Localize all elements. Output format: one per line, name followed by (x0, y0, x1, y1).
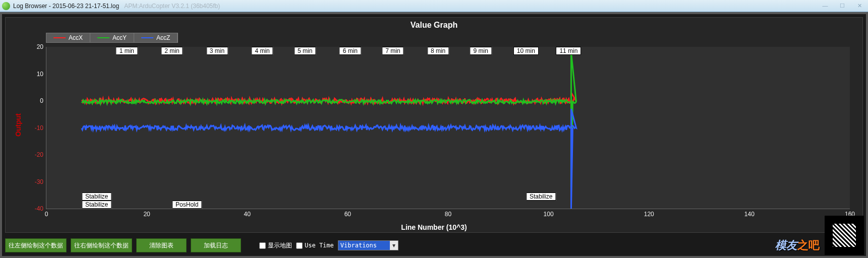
window-subtitle: APM:ArduCopter V3.2.1 (36b405fb) (124, 3, 220, 10)
plot-right-button[interactable]: 往右侧绘制这个数据 (71, 238, 132, 252)
y-tick: -10 (35, 124, 43, 132)
y-tick: 20 (37, 43, 43, 50)
legend: AccXAccYAccZ (46, 33, 178, 43)
legend-item[interactable]: AccY (90, 33, 134, 42)
legend-swatch (141, 37, 153, 38)
x-axis-label: Line Number (10^3) (401, 223, 467, 231)
time-marker: 6 min (339, 47, 361, 55)
series-AccZ (82, 109, 576, 209)
mode-marker: Stabilize (82, 192, 111, 201)
show-map-label: 显示地图 (268, 241, 292, 250)
y-tick: 0 (40, 97, 43, 104)
time-marker: 8 min (427, 47, 449, 55)
maximize-button[interactable]: ☐ (836, 3, 849, 9)
mode-marker: Stabilize (526, 192, 556, 201)
y-tick: 10 (37, 71, 43, 78)
chart-area: Value Graph Output Line Number (10^3) Ac… (5, 17, 863, 233)
y-axis-label: Output (14, 113, 22, 137)
legend-swatch (97, 37, 109, 38)
graph-type-combo[interactable]: Vibrations ▾ (338, 240, 398, 250)
x-tick: 140 (744, 211, 755, 218)
y-tick: -40 (35, 205, 43, 212)
legend-item[interactable]: AccX (46, 33, 90, 42)
x-tick: 0 (45, 211, 48, 218)
watermark-brand: 模友之吧 (775, 238, 820, 253)
app-body: Value Graph Output Line Number (10^3) Ac… (0, 12, 868, 258)
x-tick: 60 (344, 211, 351, 218)
chevron-down-icon: ▾ (390, 241, 398, 250)
title-bar: Log Browser - 2015-06-23 21-17-51.log AP… (0, 0, 868, 12)
combo-value: Vibrations (338, 241, 390, 250)
legend-swatch (53, 37, 66, 38)
time-marker: 4 min (251, 47, 273, 55)
time-marker: 9 min (470, 47, 492, 55)
plot-left-button[interactable]: 往左侧绘制这个数据 (5, 238, 67, 252)
time-marker: 5 min (294, 47, 316, 55)
y-tick: -20 (35, 151, 43, 158)
close-button[interactable]: ✕ (853, 3, 866, 9)
legend-item[interactable]: AccZ (134, 33, 178, 42)
qr-code (825, 216, 864, 255)
series-AccX (82, 93, 576, 106)
legend-label: AccX (69, 34, 83, 41)
bottom-toolbar: 往左侧绘制这个数据 往右侧绘制这个数据 清除图表 加载日志 显示地图 Use T… (5, 237, 863, 254)
window-title: Log Browser - 2015-06-23 21-17-51.log (13, 3, 119, 10)
time-marker: 7 min (382, 47, 403, 55)
x-tick: 40 (244, 211, 251, 218)
time-marker: 1 min (116, 47, 138, 55)
legend-label: AccY (112, 34, 127, 41)
minimize-button[interactable]: — (819, 3, 832, 9)
mode-marker: Stabilize (82, 201, 111, 209)
use-time-input[interactable] (296, 242, 303, 249)
load-log-button[interactable]: 加载日志 (191, 238, 241, 252)
plot-area[interactable]: -40-30-20-10010200204060801001201401601 … (46, 47, 850, 209)
time-marker: 3 min (206, 47, 228, 55)
x-tick: 80 (445, 211, 451, 218)
use-time-checkbox[interactable]: Use Time (296, 242, 334, 249)
x-tick: 20 (143, 211, 150, 218)
chart-title: Value Graph (6, 18, 862, 30)
time-marker: 10 min (513, 47, 539, 55)
x-tick: 120 (644, 211, 654, 218)
app-icon (2, 2, 10, 10)
clear-chart-button[interactable]: 清除图表 (136, 238, 187, 252)
show-map-input[interactable] (259, 242, 266, 249)
x-tick: 100 (544, 211, 554, 218)
time-marker: 2 min (161, 47, 183, 55)
legend-label: AccZ (156, 34, 170, 41)
show-map-checkbox[interactable]: 显示地图 (259, 241, 292, 250)
series-AccY (82, 52, 576, 187)
time-marker: 11 min (556, 47, 581, 55)
y-tick: -30 (35, 178, 43, 185)
use-time-label: Use Time (305, 242, 334, 249)
mode-marker: PosHold (172, 201, 202, 209)
